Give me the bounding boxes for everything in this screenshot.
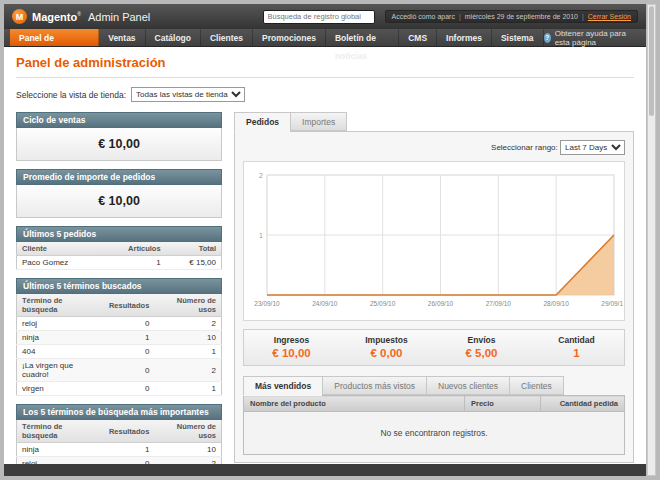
nav-item-catalog[interactable]: Catálogo — [146, 29, 201, 46]
table-cell: ninja — [17, 443, 104, 457]
table-cell: virgen — [17, 382, 104, 396]
page-help-label: Obtener ayuda para esta página — [555, 29, 636, 47]
stat-value: € 10,00 — [244, 347, 339, 359]
average-orders-value: € 10,00 — [16, 185, 222, 218]
tab-customers[interactable]: Clientes — [509, 376, 564, 395]
table-cell: 2 — [154, 317, 221, 331]
table-cell: 0 — [104, 317, 154, 331]
table-row[interactable]: virgen01 — [17, 382, 222, 396]
brand: M Magento® Admin Panel — [12, 9, 150, 24]
nav-item-customers[interactable]: Clientes — [201, 29, 253, 46]
column-header: Término de búsqueda — [17, 294, 104, 317]
stat-label: Envíos — [434, 335, 529, 345]
brand-product: Admin Panel — [88, 11, 150, 23]
trademark-symbol: ® — [77, 11, 81, 17]
block-title: Últimos 5 pedidos — [16, 226, 222, 242]
brand-name: Magento® — [32, 11, 81, 23]
nav-item-promotions[interactable]: Promociones — [253, 29, 326, 46]
store-view-select[interactable]: Todas las vistas de tienda — [131, 87, 245, 102]
svg-text:2: 2 — [259, 172, 263, 179]
tab-orders[interactable]: Pedidos — [234, 112, 290, 132]
dashboard-left-column: Ciclo de ventas € 10,00 Promedio de impo… — [16, 112, 222, 476]
logged-in-as-text: Accedió como aparc — [392, 13, 455, 20]
table-cell: 10 — [154, 443, 221, 457]
column-header: Nombre del producto — [244, 396, 465, 412]
table-cell: 404 — [17, 345, 104, 359]
tab-amounts[interactable]: Importes — [290, 112, 347, 131]
nav-item-sales[interactable]: Ventas — [99, 29, 145, 46]
table-cell: 1 — [102, 256, 166, 270]
table-row[interactable]: reloj02 — [17, 317, 222, 331]
nav-item-cms[interactable]: CMS — [399, 29, 437, 46]
column-header: Término de búsqueda — [17, 420, 104, 443]
column-header: Cantidad pedida — [541, 396, 625, 412]
tab-bestsellers[interactable]: Más vendidos — [243, 376, 322, 396]
separator: | — [582, 13, 584, 20]
svg-text:27/09/10: 27/09/10 — [486, 300, 512, 307]
average-orders-block: Promedio de importe de pedidos € 10,00 — [16, 169, 222, 218]
global-search-input[interactable] — [263, 10, 375, 24]
tab-new-customers[interactable]: Nuevos clientes — [426, 376, 509, 395]
content-area: Panel de administración Seleccione la vi… — [4, 47, 646, 476]
totals-bar: Ingresos € 10,00 Impuestos € 0,00 Envíos… — [243, 329, 625, 366]
svg-text:1: 1 — [259, 232, 263, 239]
stat-quantity: Cantidad 1 — [529, 335, 624, 359]
store-view-label: Seleccione la vista de tienda: — [16, 90, 126, 100]
last-search-terms-block: Últimos 5 términos buscados Término de b… — [16, 278, 222, 396]
block-title: Ciclo de ventas — [16, 112, 222, 128]
lifetime-sales-block: Ciclo de ventas € 10,00 — [16, 112, 222, 161]
column-header: Artículos — [102, 242, 166, 256]
top-header: M Magento® Admin Panel Accedió como apar… — [4, 4, 646, 29]
tab-most-viewed[interactable]: Productos más vistos — [322, 376, 426, 395]
nav-item-reports[interactable]: Informes — [437, 29, 492, 46]
empty-row: No se encontraron registros. — [244, 412, 625, 455]
orders-chart: 1223/09/1024/09/1025/09/1026/09/1027/09/… — [247, 165, 623, 313]
range-label: Seleccionar rango: — [491, 143, 558, 152]
table-cell: € 15,00 — [166, 256, 222, 270]
separator: | — [459, 13, 461, 20]
range-select[interactable]: Last 7 Days — [560, 140, 625, 155]
table-cell: 1 — [154, 345, 221, 359]
stat-shipping: Envíos € 5,00 — [434, 335, 529, 359]
table-row[interactable]: ¡La virgen que cuadro!02 — [17, 359, 222, 382]
column-header: Resultados — [104, 420, 154, 443]
table-cell: ninja — [17, 331, 104, 345]
main-nav: Panel de administración Ventas Catálogo … — [4, 29, 646, 47]
divider — [16, 77, 634, 78]
table-row[interactable]: ninja110 — [17, 443, 222, 457]
table-row[interactable]: ninja110 — [17, 331, 222, 345]
diagram-tabs: Pedidos Importes — [234, 112, 634, 131]
logout-link[interactable]: Cerrar Sesión — [588, 13, 631, 20]
nav-item-dashboard[interactable]: Panel de administración — [10, 29, 99, 46]
column-header: Precio — [464, 396, 540, 412]
column-header: Número de usos — [154, 294, 221, 317]
diagram-panel: Seleccionar rango: Last 7 Days 1223/09/1… — [234, 131, 634, 463]
nav-item-newsletter[interactable]: Boletín de noticias — [326, 29, 399, 46]
svg-text:29/09/10: 29/09/10 — [601, 300, 623, 307]
page-title: Panel de administración — [16, 55, 634, 70]
stat-label: Ingresos — [244, 335, 339, 345]
table-cell: 1 — [154, 382, 221, 396]
vertical-scrollbar[interactable] — [647, 4, 656, 476]
table-row[interactable]: Paco Gomez1€ 15,00 — [17, 256, 222, 270]
svg-text:28/09/10: 28/09/10 — [544, 300, 570, 307]
table-cell: 10 — [154, 331, 221, 345]
table-cell: 2 — [154, 359, 221, 382]
page-help-link[interactable]: ? Obtener ayuda para esta página — [544, 29, 646, 46]
block-title: Últimos 5 términos buscados — [16, 278, 222, 294]
stat-revenue: Ingresos € 10,00 — [244, 335, 339, 359]
stat-tax: Impuestos € 0,00 — [339, 335, 434, 359]
magento-logo-icon: M — [12, 9, 27, 24]
no-records-message: No se encontraron registros. — [244, 412, 625, 455]
help-icon: ? — [544, 33, 551, 43]
nav-item-system[interactable]: Sistema — [492, 29, 544, 46]
range-selector-row: Seleccionar rango: Last 7 Days — [243, 140, 625, 155]
svg-text:23/09/10: 23/09/10 — [254, 300, 280, 307]
table-cell: 1 — [104, 331, 154, 345]
table-cell: 0 — [104, 345, 154, 359]
last-orders-block: Últimos 5 pedidos Cliente Artículos Tota… — [16, 226, 222, 270]
table-row[interactable]: 40401 — [17, 345, 222, 359]
svg-text:24/09/10: 24/09/10 — [312, 300, 338, 307]
scrollbar-thumb[interactable] — [649, 6, 654, 116]
table-cell: 1 — [104, 443, 154, 457]
